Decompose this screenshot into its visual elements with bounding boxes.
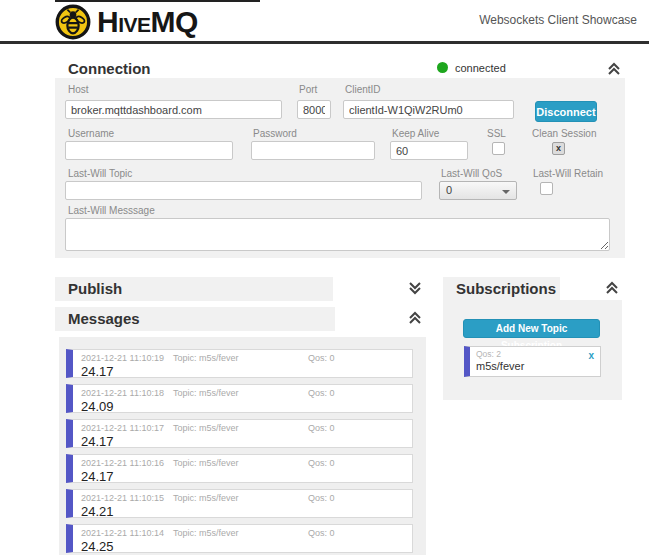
username-label: Username bbox=[68, 128, 114, 139]
message-row[interactable]: 2021-12-21 11:10:19Topic: m5s/feverQos: … bbox=[66, 349, 413, 378]
chevron-down-icon bbox=[502, 190, 510, 194]
publish-expand-icon[interactable] bbox=[407, 280, 423, 296]
port-input[interactable] bbox=[297, 100, 331, 119]
username-input[interactable] bbox=[65, 141, 233, 160]
lastwill-message-label: Last-Will Messsage bbox=[68, 205, 155, 216]
remove-subscription-icon[interactable]: x bbox=[588, 350, 594, 361]
port-label: Port bbox=[299, 84, 317, 95]
publish-header[interactable]: Publish bbox=[55, 277, 333, 301]
status-label: connected bbox=[455, 62, 506, 74]
message-topic: Topic: m5s/fever bbox=[173, 388, 308, 398]
message-row[interactable]: 2021-12-21 11:10:18Topic: m5s/feverQos: … bbox=[66, 384, 413, 413]
lastwill-qos-label: Last-Will QoS bbox=[441, 168, 502, 179]
clean-session-checkbox[interactable]: x bbox=[552, 142, 565, 155]
message-qos: Qos: 0 bbox=[308, 458, 335, 468]
lastwill-qos-select[interactable]: 0 bbox=[439, 181, 517, 200]
keepalive-label: Keep Alive bbox=[392, 128, 439, 139]
password-input[interactable] bbox=[251, 141, 375, 160]
messages-collapse-icon[interactable] bbox=[407, 310, 423, 326]
message-row[interactable]: 2021-12-21 11:10:16Topic: m5s/feverQos: … bbox=[66, 454, 413, 483]
subscription-topic: m5s/fever bbox=[476, 360, 594, 372]
message-payload: 24.17 bbox=[81, 364, 404, 379]
message-topic: Topic: m5s/fever bbox=[173, 458, 308, 468]
lastwill-retain-label: Last-Will Retain bbox=[533, 168, 603, 179]
message-qos: Qos: 0 bbox=[308, 528, 335, 538]
lastwill-topic-label: Last-Will Topic bbox=[68, 168, 132, 179]
message-row[interactable]: 2021-12-21 11:10:15Topic: m5s/feverQos: … bbox=[66, 489, 413, 518]
message-time: 2021-12-21 11:10:19 bbox=[81, 353, 173, 363]
lastwill-retain-checkbox[interactable] bbox=[540, 182, 553, 195]
message-time: 2021-12-21 11:10:17 bbox=[81, 423, 173, 433]
message-time: 2021-12-21 11:10:18 bbox=[81, 388, 173, 398]
connection-collapse-icon[interactable] bbox=[606, 61, 622, 77]
host-input[interactable] bbox=[65, 100, 282, 119]
password-label: Password bbox=[253, 128, 297, 139]
subscriptions-collapse-icon[interactable] bbox=[604, 280, 620, 296]
message-time: 2021-12-21 11:10:14 bbox=[81, 528, 173, 538]
message-qos: Qos: 0 bbox=[308, 423, 335, 433]
message-qos: Qos: 0 bbox=[308, 353, 335, 363]
message-payload: 24.25 bbox=[81, 539, 404, 554]
message-qos: Qos: 0 bbox=[308, 388, 335, 398]
message-topic: Topic: m5s/fever bbox=[173, 353, 308, 363]
hivemq-websocket-client: HiveMQ Websockets Client Showcase Connec… bbox=[0, 0, 649, 555]
message-topic: Topic: m5s/fever bbox=[173, 493, 308, 503]
messages-header[interactable]: Messages bbox=[55, 307, 335, 331]
ssl-checkbox[interactable] bbox=[492, 142, 505, 155]
clean-session-label: Clean Session bbox=[532, 128, 596, 139]
message-payload: 24.17 bbox=[81, 434, 404, 449]
clientid-input[interactable] bbox=[343, 100, 514, 119]
disconnect-button[interactable]: Disconnect bbox=[535, 101, 597, 122]
connection-panel: Host Port ClientID Disconnect Username P… bbox=[55, 78, 625, 258]
subscription-item: Qos: 2 x m5s/fever bbox=[464, 346, 601, 377]
message-payload: 24.21 bbox=[81, 504, 404, 519]
hivemq-bee-logo-icon bbox=[55, 4, 91, 40]
message-row[interactable]: 2021-12-21 11:10:17Topic: m5s/feverQos: … bbox=[66, 419, 413, 448]
clientid-label: ClientID bbox=[345, 84, 381, 95]
message-payload: 24.09 bbox=[81, 399, 404, 414]
message-time: 2021-12-21 11:10:16 bbox=[81, 458, 173, 468]
message-topic: Topic: m5s/fever bbox=[173, 528, 308, 538]
message-row[interactable]: 2021-12-21 11:10:14Topic: m5s/feverQos: … bbox=[66, 524, 413, 553]
message-time: 2021-12-21 11:10:15 bbox=[81, 493, 173, 503]
message-payload: 24.17 bbox=[81, 469, 404, 484]
host-label: Host bbox=[68, 84, 89, 95]
messages-list: 2021-12-21 11:10:19Topic: m5s/feverQos: … bbox=[59, 337, 426, 555]
add-subscription-button[interactable]: Add New Topic Subscription bbox=[463, 319, 600, 338]
lastwill-message-textarea[interactable] bbox=[65, 218, 610, 251]
ssl-label: SSL bbox=[487, 128, 506, 139]
message-qos: Qos: 0 bbox=[308, 493, 335, 503]
lastwill-topic-input[interactable] bbox=[65, 181, 422, 200]
connection-status: connected bbox=[437, 57, 537, 78]
status-green-dot-icon bbox=[437, 62, 448, 73]
lastwill-qos-value: 0 bbox=[446, 184, 452, 196]
message-topic: Topic: m5s/fever bbox=[173, 423, 308, 433]
brand-wordmark: HiveMQ bbox=[97, 2, 198, 42]
top-bar: HiveMQ Websockets Client Showcase bbox=[0, 0, 649, 44]
subscription-qos: Qos: 2 bbox=[476, 349, 594, 359]
app-subtitle: Websockets Client Showcase bbox=[479, 13, 637, 27]
keepalive-input[interactable] bbox=[390, 141, 468, 160]
subscriptions-header[interactable]: Subscriptions bbox=[443, 277, 560, 300]
connection-title: Connection bbox=[68, 60, 151, 77]
